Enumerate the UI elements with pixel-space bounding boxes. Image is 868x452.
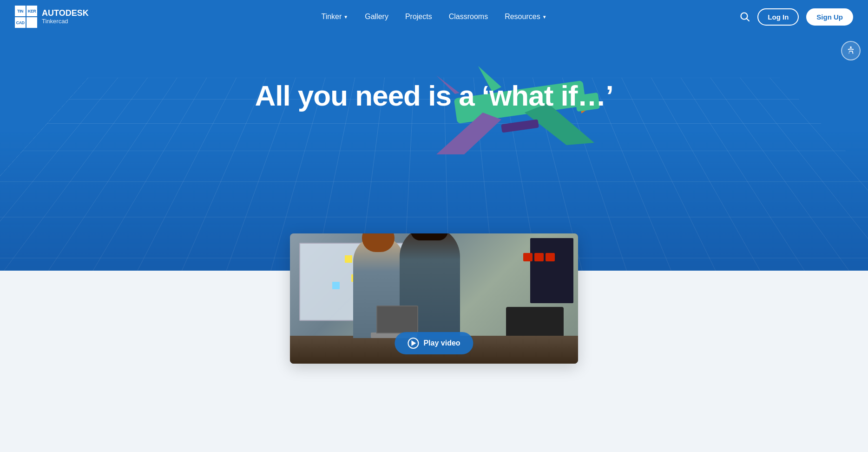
- play-video-label: Play video: [423, 339, 460, 347]
- svg-rect-10: [501, 120, 539, 133]
- play-triangle-icon: [411, 340, 416, 346]
- search-button[interactable]: [740, 12, 750, 22]
- logo-grid: TIN KER CAD: [15, 6, 37, 28]
- logo-cell-tin: TIN: [15, 6, 26, 16]
- logo-cell-ker: KER: [26, 6, 37, 16]
- nav-item-gallery[interactable]: Gallery: [365, 13, 388, 21]
- brand-area: TIN KER CAD AUTODESK Tinkercad: [15, 6, 89, 28]
- nav-item-resources[interactable]: Resources ▼: [505, 13, 546, 21]
- accessibility-icon: [846, 46, 856, 56]
- svg-point-2: [850, 47, 852, 48]
- video-card: Play video: [290, 233, 578, 364]
- video-thumbnail: Play video: [290, 233, 578, 364]
- hero-3d-plane: [399, 52, 631, 193]
- storage-bins: [523, 253, 555, 261]
- chevron-down-icon: ▼: [343, 14, 348, 20]
- nav-menu: Tinker ▼ Gallery Projects Classrooms Res…: [321, 13, 546, 21]
- nav-item-classrooms[interactable]: Classrooms: [449, 13, 488, 21]
- brand-name: AUTODESK: [42, 9, 89, 18]
- play-video-button[interactable]: Play video: [395, 332, 473, 354]
- brand-sub: Tinkercad: [42, 18, 89, 25]
- logo-link[interactable]: TIN KER CAD AUTODESK Tinkercad: [15, 6, 89, 28]
- auth-area: Log In Sign Up: [740, 8, 853, 26]
- login-button[interactable]: Log In: [757, 8, 799, 26]
- accessibility-button[interactable]: [841, 41, 861, 60]
- play-circle-icon: [408, 338, 419, 349]
- laptop-screen: [376, 306, 418, 333]
- hero-headline: All you need is a ‘what if…’: [255, 80, 613, 112]
- chevron-down-icon-resources: ▼: [542, 14, 547, 20]
- svg-line-1: [747, 19, 750, 21]
- navbar: TIN KER CAD AUTODESK Tinkercad Tinker ▼ …: [0, 0, 868, 33]
- nav-item-projects[interactable]: Projects: [405, 13, 432, 21]
- bg-poster: [530, 238, 573, 303]
- bottom-section: Play video: [0, 271, 868, 452]
- signup-button[interactable]: Sign Up: [806, 8, 853, 26]
- brand-text: AUTODESK Tinkercad: [42, 9, 89, 25]
- search-icon: [740, 12, 750, 22]
- nav-item-tinker[interactable]: Tinker ▼: [321, 13, 348, 21]
- person-hair-2: [411, 233, 448, 240]
- logo-cell-cad: CAD: [15, 17, 26, 28]
- logo-cell-blank: [26, 17, 37, 28]
